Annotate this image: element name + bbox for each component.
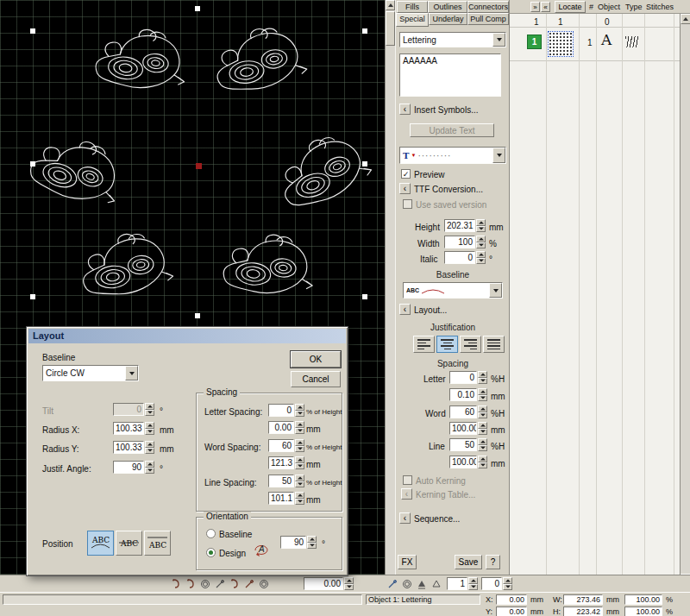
dropdown-arrow-icon[interactable] (125, 366, 138, 380)
spin-up-icon[interactable] (476, 219, 486, 226)
baseline-radio-label[interactable]: Baseline (219, 530, 252, 539)
color-block-badge[interactable]: 1 (527, 35, 542, 49)
hook-icon[interactable] (228, 577, 241, 590)
angle-input[interactable]: 0.00 (304, 577, 343, 590)
needle-icon[interactable] (213, 577, 226, 590)
column-header-type[interactable]: Type (625, 3, 643, 11)
spin-down-icon[interactable] (476, 258, 486, 265)
spin-up-icon[interactable] (476, 236, 486, 242)
hoop-icon[interactable] (257, 577, 270, 590)
tab-outlines[interactable]: Outlines (428, 1, 467, 13)
canvas-vertical-scrollbar[interactable] (385, 0, 395, 575)
preview-checkbox[interactable]: ✓ (401, 169, 411, 179)
spin-up-icon[interactable] (344, 577, 354, 584)
italic-input[interactable]: 0 (444, 251, 475, 264)
spin-down-icon[interactable] (478, 412, 487, 419)
sequence-collapse-button[interactable]: ‹ (399, 512, 411, 524)
layout-label[interactable]: Layout... (414, 305, 447, 315)
dialog-title-bar[interactable]: Layout (28, 329, 346, 343)
hoop-icon[interactable] (400, 577, 413, 590)
needle-input[interactable]: 0 (481, 577, 502, 590)
help-button[interactable]: ? (486, 555, 500, 569)
layout-dialog[interactable]: Layout Baseline Circle CW OK Cancel Tilt… (26, 326, 348, 576)
line-spacing-input[interactable]: 50 (449, 438, 477, 451)
spin-down-icon[interactable] (295, 463, 304, 470)
save-button[interactable]: Save (455, 555, 482, 569)
letter-spacing-input[interactable]: 0 (268, 404, 294, 417)
dropdown-arrow-icon[interactable] (492, 33, 505, 47)
design-angle-input[interactable]: 90 (280, 536, 306, 549)
selection-handle[interactable] (30, 28, 35, 34)
spin-up-icon[interactable] (478, 405, 487, 412)
line-spacing-mm-input[interactable]: 101.1 (268, 492, 294, 505)
justify-center-button[interactable] (436, 336, 458, 353)
dropdown-arrow-icon[interactable] (489, 283, 502, 298)
scroll-up-icon[interactable] (386, 0, 395, 10)
font-preview-dropdown[interactable]: T ▼ ········· (399, 147, 506, 164)
word-spacing-mm-input[interactable]: 121.3 (268, 456, 294, 469)
tab-pull-comp[interactable]: Pull Comp (467, 13, 509, 25)
baseline-type-dropdown[interactable]: ABC (403, 282, 503, 299)
hook-icon[interactable] (169, 577, 182, 590)
line-spacing-mm-input[interactable]: 100.00 (449, 456, 477, 468)
spin-down-icon[interactable] (295, 481, 304, 488)
selection-handle[interactable] (362, 294, 367, 299)
spin-down-icon[interactable] (468, 584, 478, 591)
embroidery-motif[interactable] (214, 226, 323, 316)
sequence-label[interactable]: Sequence... (414, 514, 460, 524)
ttf-conversion-label[interactable]: TTF Conversion... (414, 185, 483, 194)
needle-icon[interactable] (242, 577, 255, 590)
spin-down-icon[interactable] (145, 448, 154, 455)
position-middle-button[interactable]: ABC (116, 531, 142, 556)
height-input[interactable]: 202.31 (444, 219, 475, 232)
spin-up-icon[interactable] (295, 456, 304, 463)
spin-down-icon[interactable] (478, 378, 487, 385)
baseline-dropdown[interactable]: Circle CW (42, 365, 139, 381)
justify-right-button[interactable] (460, 336, 481, 353)
spin-down-icon[interactable] (478, 462, 487, 469)
justify-full-button[interactable] (483, 336, 505, 353)
position-arc-button[interactable]: ABC (87, 531, 114, 556)
column-header-number[interactable]: # (589, 3, 593, 11)
ok-button[interactable]: OK (291, 351, 341, 368)
tab-underlay[interactable]: Underlay (429, 13, 467, 25)
spin-down-icon[interactable] (476, 242, 486, 249)
spin-down-icon[interactable] (478, 429, 487, 436)
embroidery-motif[interactable] (72, 226, 182, 316)
justify-left-button[interactable] (413, 336, 435, 353)
triangle-up-icon[interactable] (415, 577, 428, 590)
selection-handle[interactable] (195, 6, 200, 11)
tab-connectors[interactable]: Connectors (467, 1, 509, 13)
count-input[interactable]: 1 (447, 577, 467, 590)
layout-collapse-button[interactable]: ‹ (399, 304, 411, 315)
spin-up-icon[interactable] (295, 439, 304, 446)
spin-up-icon[interactable] (295, 492, 304, 499)
object-list-scrollbar[interactable] (680, 14, 690, 575)
needle-icon[interactable] (386, 577, 398, 590)
scroll-up-icon[interactable] (681, 14, 690, 24)
line-spacing-input[interactable]: 50 (268, 475, 294, 487)
spin-up-icon[interactable] (478, 438, 487, 445)
spin-up-icon[interactable] (478, 422, 487, 429)
spin-up-icon[interactable] (145, 461, 154, 468)
letter-spacing-input[interactable]: 0 (449, 371, 477, 384)
object-thumbnail[interactable] (548, 31, 574, 57)
fx-button[interactable]: FX (398, 555, 417, 569)
spin-down-icon[interactable] (307, 543, 317, 550)
dropdown-arrow-icon[interactable] (492, 148, 505, 163)
column-header-stitches[interactable]: Stitches (646, 3, 674, 11)
embroidery-motif[interactable] (264, 122, 386, 231)
rotation-center-marker[interactable] (196, 163, 202, 169)
position-top-button[interactable]: ABC (144, 531, 171, 556)
spin-down-icon[interactable] (476, 226, 486, 233)
spin-up-icon[interactable] (476, 251, 486, 258)
spin-down-icon[interactable] (295, 446, 304, 453)
justif-angle-input[interactable]: 90 (113, 461, 144, 474)
locate-button[interactable]: Locate (555, 1, 586, 13)
selection-handle[interactable] (362, 161, 367, 167)
letter-spacing-mm-input[interactable]: 0.10 (449, 388, 477, 401)
cancel-button[interactable]: Cancel (291, 371, 341, 387)
selection-handle[interactable] (30, 161, 35, 167)
spin-up-icon[interactable] (295, 421, 304, 428)
spin-down-icon[interactable] (503, 584, 512, 591)
